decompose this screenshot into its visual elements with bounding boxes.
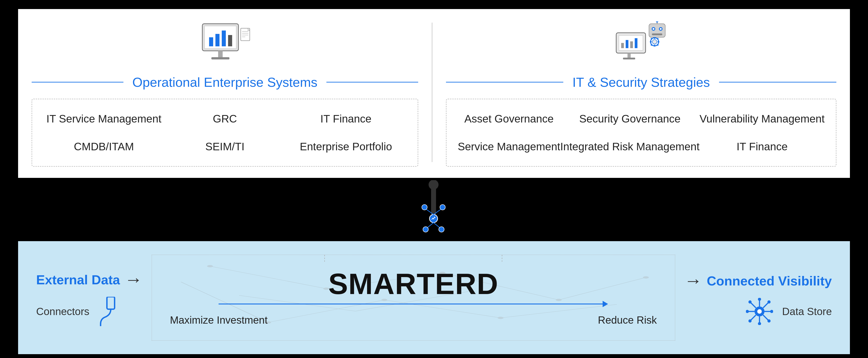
it-item-5: IT Finance (737, 140, 787, 153)
svg-rect-2 (209, 37, 213, 46)
main-container: Operational Enterprise Systems IT Servic… (0, 0, 868, 358)
ops-item-0: IT Service Management (46, 112, 161, 125)
connected-vis-row: → Connected Visibility (684, 270, 832, 291)
svg-point-73 (757, 309, 762, 314)
connector-icon (98, 297, 123, 326)
reduce-risk-label: Reduce Risk (598, 314, 657, 326)
svg-point-86 (748, 300, 752, 303)
svg-point-85 (770, 310, 773, 313)
ops-item-4: SEIM/TI (205, 140, 244, 153)
top-dashed-right (502, 255, 502, 262)
ops-section-title: Operational Enterprise Systems (128, 74, 322, 90)
middle-section (18, 178, 850, 241)
smarterd-content: SMARTERD Maximize Investment Reduce Risk (170, 269, 657, 326)
svg-point-49 (439, 227, 444, 232)
smarterd-arrowhead (602, 301, 608, 307)
svg-rect-34 (657, 41, 659, 42)
data-store-label: Data Store (782, 305, 832, 318)
svg-rect-4 (222, 31, 226, 46)
svg-line-81 (750, 315, 756, 321)
svg-rect-7 (211, 57, 229, 59)
bottom-labels-row: Maximize Investment Reduce Risk (170, 314, 657, 326)
it-item-1: Security Governance (579, 112, 681, 125)
datastore-icon (746, 298, 773, 325)
datastore-row: Data Store (746, 298, 832, 325)
it-title-row: IT & Security Strategies (446, 74, 836, 90)
svg-rect-6 (218, 51, 223, 58)
connectors-label: Connectors (36, 305, 89, 318)
svg-point-82 (758, 298, 761, 301)
external-data-row: External Data → (36, 269, 143, 290)
svg-rect-31 (654, 37, 655, 39)
svg-point-87 (767, 319, 771, 323)
top-dashed-left (324, 255, 325, 262)
arrow-from-center: → (684, 270, 702, 291)
maximize-investment-label: Maximize Investment (170, 314, 268, 326)
ops-item-3: CMDB/ITAM (74, 140, 134, 153)
it-title-line-right (719, 82, 836, 83)
ops-item-1: GRC (213, 112, 237, 125)
connected-vis-labels: Connected Visibility (707, 273, 832, 288)
top-left-panel: Operational Enterprise Systems IT Servic… (32, 18, 432, 167)
svg-rect-32 (654, 45, 655, 46)
svg-rect-5 (228, 35, 232, 46)
ops-items-box: IT Service Management GRC IT Finance CMD… (32, 99, 418, 167)
svg-rect-35 (651, 38, 652, 39)
svg-line-78 (750, 302, 756, 308)
it-items-box: Asset Governance Security Governance Vul… (446, 99, 836, 167)
svg-point-83 (758, 322, 761, 325)
pole-icon-area (405, 180, 463, 239)
svg-rect-37 (651, 44, 652, 46)
it-section-title: IT & Security Strategies (568, 74, 714, 90)
bottom-left-panel: External Data → Connectors (36, 269, 143, 326)
svg-rect-20 (623, 58, 635, 59)
svg-rect-19 (627, 53, 631, 58)
bottom-center-panel: SMARTERD Maximize Investment Reduce Risk (152, 255, 675, 340)
svg-point-89 (748, 319, 752, 323)
bottom-section: External Data → Connectors (18, 241, 850, 354)
svg-rect-36 (657, 38, 659, 39)
it-title-line-left (446, 82, 563, 83)
smarterd-arrow-row (219, 301, 608, 307)
svg-rect-50 (107, 297, 115, 309)
svg-point-48 (423, 227, 428, 232)
svg-point-88 (767, 300, 771, 303)
ops-item-5: Enterprise Portfolio (300, 140, 392, 153)
external-data-labels: External Data (36, 272, 120, 287)
it-item-4: Integrated Risk Management (560, 140, 700, 153)
bottom-right-panel: → Connected Visibility (684, 270, 832, 325)
svg-point-46 (422, 204, 427, 210)
svg-rect-16 (626, 40, 628, 48)
svg-rect-3 (215, 34, 219, 46)
it-item-2: Vulnerability Management (700, 112, 825, 125)
it-item-3: Service Management (458, 140, 560, 153)
svg-rect-18 (635, 38, 638, 48)
arrow-to-center: → (125, 269, 143, 290)
smarterd-line (219, 303, 602, 304)
svg-rect-17 (630, 41, 633, 48)
svg-point-47 (440, 204, 445, 210)
external-data-label: External Data (36, 272, 120, 287)
smarter-d-text: SMARTERD (328, 269, 498, 299)
svg-rect-38 (657, 44, 659, 46)
svg-point-84 (746, 310, 749, 313)
it-item-0: Asset Governance (464, 112, 554, 125)
svg-point-64 (207, 265, 213, 267)
top-right-panel: IT & Security Strategies Asset Governanc… (432, 18, 836, 167)
ops-title-row: Operational Enterprise Systems (32, 74, 418, 90)
svg-line-79 (763, 315, 769, 321)
svg-point-28 (656, 22, 658, 23)
robot-icon (607, 18, 675, 70)
svg-point-25 (660, 28, 662, 30)
svg-line-80 (763, 302, 769, 308)
ops-item-2: IT Finance (320, 112, 371, 125)
svg-rect-26 (652, 33, 662, 35)
top-section: Operational Enterprise Systems IT Servic… (18, 9, 850, 178)
monitor-icon (191, 18, 259, 70)
connected-vis-label: Connected Visibility (707, 273, 832, 288)
svg-rect-33 (650, 41, 652, 42)
svg-point-23 (653, 28, 654, 30)
connectors-row: Connectors (36, 297, 123, 326)
title-line-left (32, 82, 123, 83)
title-line-right (327, 82, 418, 83)
